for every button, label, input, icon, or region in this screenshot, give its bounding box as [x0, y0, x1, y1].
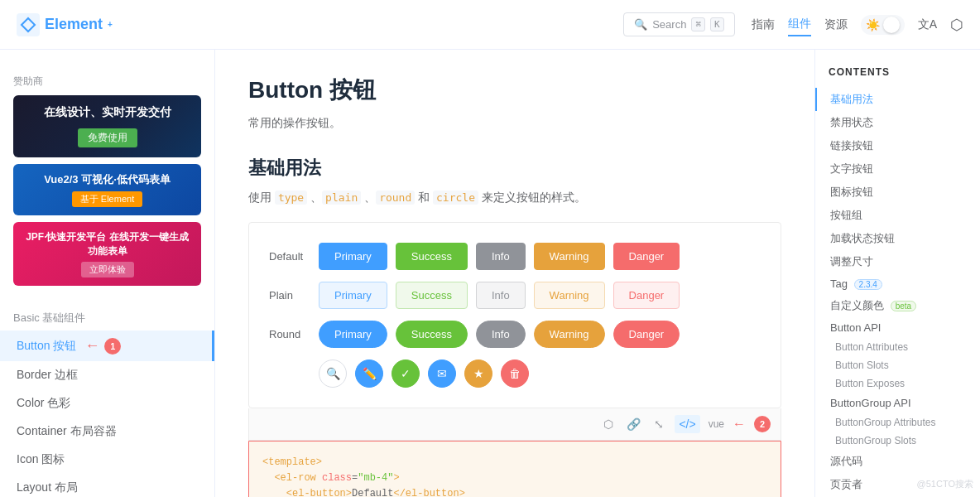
- btn-icon-check[interactable]: ✓: [392, 359, 420, 388]
- sidebar-item-border[interactable]: Border 边框: [0, 361, 214, 389]
- toc-sub-btn-slots[interactable]: Button Slots: [815, 356, 980, 374]
- github-icon[interactable]: ⬡: [950, 16, 963, 34]
- toc-item-size[interactable]: 调整尺寸: [815, 250, 980, 273]
- btn-round-info[interactable]: Info: [476, 321, 526, 348]
- code-line-template: <template>: [262, 455, 767, 470]
- toc-sub-btngroup-slots[interactable]: ButtonGroup Slots: [815, 432, 980, 450]
- sponsor-banner-1[interactable]: 在线设计、实时开发交付 免费使用: [13, 95, 201, 157]
- btn-icon-star[interactable]: ★: [464, 359, 492, 388]
- sidebar-item-button[interactable]: Button 按钮 ← 1: [0, 331, 214, 361]
- sidebar-item-icon[interactable]: Icon 图标: [0, 446, 214, 474]
- btn-warning-default[interactable]: Warning: [534, 243, 605, 270]
- btn-plain-success[interactable]: Success: [396, 282, 468, 309]
- nav-components[interactable]: 组件: [788, 13, 811, 36]
- toc-item-icon[interactable]: 图标按钮: [815, 181, 980, 204]
- btn-round-danger[interactable]: Danger: [613, 321, 680, 348]
- language-toggle[interactable]: 文A: [918, 17, 937, 32]
- toc-item-basics[interactable]: 基础用法: [815, 88, 980, 111]
- sidebar-section-basic: Basic 基础组件: [0, 301, 214, 331]
- theme-toggle[interactable]: ☀️: [861, 15, 905, 35]
- sponsor-banner-2[interactable]: Vue2/3 可视化·低代码表单 基于 Element: [13, 164, 201, 215]
- default-label: Default: [269, 250, 310, 263]
- toolbar-copy-icon[interactable]: 🔗: [624, 415, 643, 433]
- btn-icon-search[interactable]: 🔍: [319, 359, 347, 388]
- toc-item-group[interactable]: 按钮组: [815, 204, 980, 227]
- toc-sub-btngroup-attrs[interactable]: ButtonGroup Attributes: [815, 413, 980, 432]
- sidebar-item-container[interactable]: Container 布局容器: [0, 417, 214, 446]
- btn-round-success[interactable]: Success: [396, 321, 468, 348]
- sidebar-item-button-label: Button 按钮: [17, 339, 76, 354]
- btn-round-primary[interactable]: Primary: [319, 321, 387, 348]
- code-vue-label: vue: [709, 418, 724, 430]
- banner3-btn[interactable]: 立即体验: [81, 262, 134, 277]
- btn-plain-danger[interactable]: Danger: [613, 282, 680, 309]
- toc-item-btngroup-api[interactable]: ButtonGroup API: [815, 393, 980, 413]
- sponsor-banner-3[interactable]: JPF·快速开发平台 在线开发一键生成功能表单 立即体验: [13, 222, 201, 286]
- sidebar: 赞助商 在线设计、实时开发交付 免费使用 Vue2/3 可视化·低代码表单 基于…: [0, 50, 215, 497]
- btn-icon-edit[interactable]: ✏️: [355, 359, 383, 388]
- banner2-btn[interactable]: 基于 Element: [72, 191, 142, 207]
- section1-desc: 使用 type 、plain 、round 和 circle 来定义按钮的样式。: [248, 191, 781, 205]
- btn-info-default[interactable]: Info: [476, 243, 526, 270]
- demo-box: Default Primary Success Info Warning Dan…: [248, 222, 781, 408]
- toc-sub-btn-exposes[interactable]: Button Exposes: [815, 374, 980, 393]
- page-title: Button 按钮: [248, 75, 781, 106]
- btn-plain-info[interactable]: Info: [476, 282, 526, 309]
- toc-item-link[interactable]: 链接按钮: [815, 134, 980, 157]
- toc-item-source[interactable]: 源代码: [815, 450, 980, 473]
- toolbar-github-icon[interactable]: ⬡: [601, 415, 616, 433]
- sidebar-item-layout[interactable]: Layout 布局: [0, 474, 214, 497]
- round-label: Round: [269, 328, 310, 340]
- toc-item-button-api[interactable]: Button API: [815, 317, 980, 338]
- banner2-title: Vue2/3 可视化·低代码表单: [22, 172, 193, 187]
- sponsor-label: 赞助商: [13, 75, 201, 89]
- toolbar-fullscreen-icon[interactable]: ⤡: [651, 415, 666, 433]
- btn-primary-default[interactable]: Primary: [319, 243, 387, 270]
- btn-plain-warning[interactable]: Warning: [534, 282, 605, 309]
- button-row-default: Default Primary Success Info Warning Dan…: [269, 243, 761, 270]
- search-key-cmd: ⌘: [691, 17, 705, 31]
- btn-danger-default[interactable]: Danger: [613, 243, 680, 270]
- code-line-1: <el-row class="mb-4">: [262, 470, 767, 486]
- header: Element+ 🔍 Search ⌘ K 指南 组件 资源 ☀️ 文A ⬡: [0, 0, 980, 50]
- search-label: Search: [652, 18, 686, 31]
- toolbar-code-icon[interactable]: </>: [675, 415, 699, 433]
- toc-badge-tag: 2.3.4: [854, 279, 882, 290]
- code-line-2: <el-button>Default</el-button>: [262, 486, 767, 497]
- btn-icon-delete[interactable]: 🗑: [501, 359, 529, 388]
- btn-icon-mail[interactable]: ✉: [428, 359, 456, 388]
- button-row-icons: 🔍 ✏️ ✓ ✉ ★ 🗑: [269, 359, 761, 388]
- search-icon: 🔍: [634, 18, 647, 31]
- arrow-indicator-1: ←: [84, 337, 99, 355]
- page-desc: 常用的操作按钮。: [248, 116, 781, 131]
- main-nav: 指南 组件 资源 ☀️ 文A ⬡: [752, 13, 963, 36]
- toc-badge-beta: beta: [891, 301, 916, 311]
- search-bar[interactable]: 🔍 Search ⌘ K: [623, 12, 734, 36]
- toc-item-tag[interactable]: Tag 2.3.4: [815, 273, 980, 294]
- btn-round-warning[interactable]: Warning: [534, 321, 605, 348]
- toc-item-text[interactable]: 文字按钮: [815, 157, 980, 181]
- toc-item-disabled[interactable]: 禁用状态: [815, 111, 980, 134]
- banner3-title: JPF·快速开发平台 在线开发一键生成功能表单: [22, 230, 193, 258]
- banner1-title: 在线设计、实时开发交付: [23, 105, 191, 120]
- nav-guide[interactable]: 指南: [752, 14, 775, 36]
- toc-item-loading[interactable]: 加载状态按钮: [815, 227, 980, 250]
- toc-item-custom-color[interactable]: 自定义颜色 beta: [815, 294, 980, 317]
- toc-title: CONTENTS: [815, 66, 980, 88]
- sidebar-item-color[interactable]: Color 色彩: [0, 389, 214, 417]
- btn-plain-primary[interactable]: Primary: [319, 282, 387, 309]
- code-toolbar: ⬡ 🔗 ⤡ </> vue ← 2: [248, 408, 781, 441]
- plain-label: Plain: [269, 289, 310, 302]
- nav-resources[interactable]: 资源: [824, 14, 848, 36]
- btn-success-default[interactable]: Success: [396, 243, 468, 270]
- logo[interactable]: Element+: [17, 13, 113, 36]
- banner1-btn[interactable]: 免费使用: [78, 128, 137, 147]
- annotation-2: 2: [754, 416, 771, 432]
- button-row-plain: Plain Primary Success Info Warning Dange…: [269, 282, 761, 309]
- logo-text: Element: [45, 16, 103, 33]
- annotation-1: 1: [104, 338, 121, 355]
- section1-title: 基础用法: [248, 156, 781, 181]
- toc-sub-btn-attrs[interactable]: Button Attributes: [815, 338, 980, 356]
- watermark: @51CTO搜索: [917, 478, 973, 490]
- code-block: <template> <el-row class="mb-4"> <el-but…: [248, 441, 781, 497]
